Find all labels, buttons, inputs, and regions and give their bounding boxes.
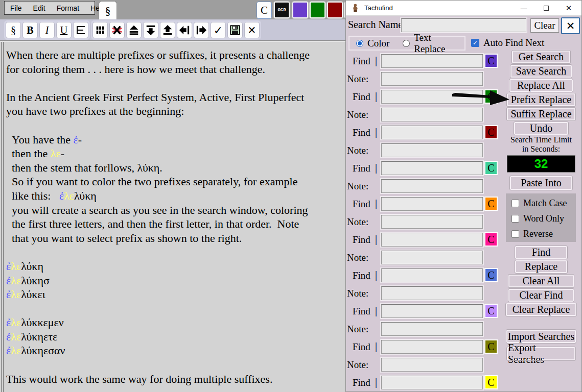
export-searches-button[interactable]: Export Searches [507,347,575,360]
find-input[interactable] [381,197,483,211]
option-label: Word Only [523,213,564,224]
color-swatch-button[interactable]: C [484,89,498,104]
note-input[interactable] [381,72,483,86]
color-swatch-button[interactable]: C [484,304,498,318]
replace-button[interactable]: Replace [515,260,567,273]
italic-button[interactable]: I [39,22,55,38]
save-search-button[interactable]: Save Search [510,65,572,78]
menu-item-format[interactable]: Format [51,4,85,12]
color-swatch-button[interactable]: C [484,125,498,139]
radio-icon[interactable] [403,40,410,47]
palette-swatch[interactable] [292,2,308,18]
clear-all-button[interactable]: Clear All [508,275,574,287]
bold-button[interactable]: B [22,22,38,38]
boxed-e-button[interactable] [73,22,88,38]
undo-button[interactable]: Undo [514,122,568,135]
menu-item-edit[interactable]: Edit [28,4,51,12]
note-label: Note: [347,252,368,263]
up-from-bar-button[interactable] [160,22,175,38]
columns-icon [95,24,106,36]
left-to-bar-button[interactable] [177,22,192,38]
find-input[interactable] [381,161,483,175]
document-line: In the Ancient Greek First Perfect Syste… [6,90,345,105]
note-input[interactable] [381,322,483,336]
replace-all-button[interactable]: Replace All [509,79,573,92]
document-tab[interactable]: § [99,1,117,19]
text: - [78,133,82,146]
eject-lines-button[interactable] [126,22,142,38]
find-input[interactable] [381,54,483,68]
checkbox-icon[interactable] [511,230,519,238]
document-area[interactable]: When there are multiple prefixes or suff… [0,41,345,392]
color-swatch-button[interactable]: C [484,197,498,211]
menu-item-file[interactable]: File [5,4,28,12]
color-swatch-button[interactable]: C [484,161,498,175]
save-icon [229,24,241,36]
find-input[interactable] [381,340,483,354]
note-input[interactable] [381,179,483,193]
palette-swatch[interactable] [327,2,343,18]
option-match-case[interactable]: Match Case [511,198,576,209]
get-search-button[interactable]: Get Search [512,51,570,63]
prefix-replace-button[interactable]: Prefix Replace [507,93,575,106]
note-input[interactable] [381,143,483,157]
find-input[interactable] [381,233,483,247]
document-line: ἐλελύκει [6,287,345,302]
document-line [6,76,345,90]
find-input[interactable] [381,268,483,282]
underline-icon: U [60,24,67,36]
radio-option-text-replace[interactable]: Text Replace [403,32,464,55]
c-button[interactable]: C [257,2,272,19]
columns-button[interactable] [92,22,108,38]
strike-x-button[interactable] [109,22,125,38]
color-swatch-button[interactable]: C [484,339,498,354]
note-input[interactable] [381,358,483,372]
note-input[interactable] [381,286,483,300]
radio-option-color[interactable]: Color [356,38,389,49]
find-input[interactable] [381,126,483,139]
option-reverse[interactable]: Reverse [511,229,576,239]
checkbox-icon[interactable] [511,200,519,207]
find-button[interactable]: Find [515,246,567,259]
note-input[interactable] [381,215,483,229]
document-line [6,302,345,316]
right-from-bar-button[interactable] [194,22,209,38]
ocr-button[interactable]: OCR [274,2,290,18]
note-label: Note: [347,359,368,371]
clear-replace-button[interactable]: Clear Replace [506,303,576,316]
left-to-bar-icon [179,24,190,36]
note-label: Note: [347,74,368,85]
find-input[interactable] [381,376,483,389]
check-icon: ✓ [214,24,223,37]
find-input[interactable] [381,90,483,104]
color-swatch-button[interactable]: C [484,54,498,68]
section-button[interactable]: § [6,22,21,38]
text: λύκη [74,189,97,202]
checkbox-icon[interactable]: ✓ [471,39,479,47]
down-to-bar-button[interactable] [143,22,158,38]
find-input[interactable] [381,304,483,318]
import-searches-button[interactable]: Import Searches [506,330,576,343]
checkbox-icon[interactable] [511,215,519,223]
save-button[interactable] [227,22,243,38]
top-button-group: Get SearchSave SearchReplace AllPrefix R… [505,51,577,136]
color-swatch-button[interactable]: C [484,232,498,247]
check-button[interactable]: ✓ [211,22,226,38]
suffix-replace-button[interactable]: Suffix Replace [507,108,575,120]
app-icon [352,4,360,12]
color-swatch-button[interactable]: C [484,268,498,282]
underline-button[interactable]: U [56,22,72,38]
colored-text: ἐ [6,274,11,287]
radio-icon[interactable] [356,40,363,47]
note-input[interactable] [381,108,483,121]
clear-find-button[interactable]: Clear Find [508,289,574,302]
color-swatch-button[interactable]: C [484,375,498,389]
radio-label: Color [367,38,389,49]
close-x-button[interactable]: ✕ [244,22,260,38]
find-row: Find|C [346,90,504,105]
note-input[interactable] [381,251,483,264]
option-word-only[interactable]: Word Only [511,213,576,224]
paste-into-button[interactable]: Paste Into [510,176,572,190]
timer-value: 32 [534,157,548,171]
palette-swatch[interactable] [310,2,325,18]
